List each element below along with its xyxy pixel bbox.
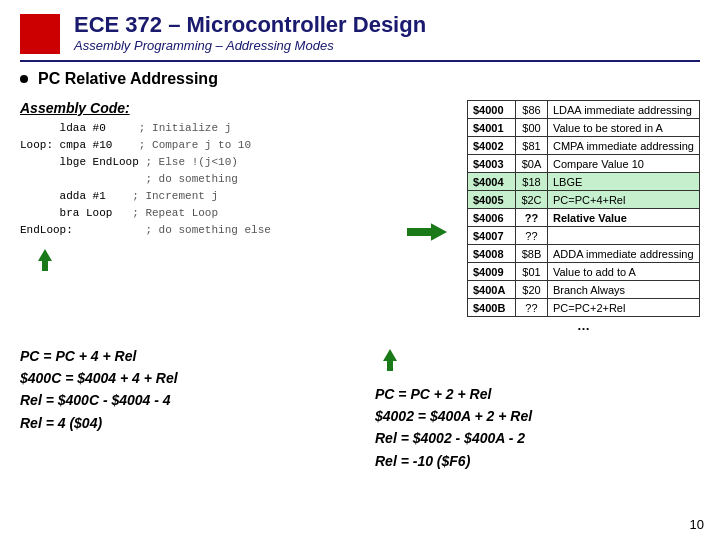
bullet-dot <box>20 75 28 83</box>
main-title: ECE 372 – Microcontroller Design <box>74 12 426 38</box>
left-column: Assembly Code: ldaa #0 ; Initialize j Lo… <box>20 100 387 335</box>
table-row: $400B??PC=PC+2+Rel <box>467 299 699 317</box>
table-row: $4002$81CMPA immediate addressing <box>467 137 699 155</box>
calc-right: PC = PC + 2 + Rel$4002 = $400A + 2 + Rel… <box>375 383 700 473</box>
table-row: $4004$18LBGE <box>467 173 699 191</box>
svg-marker-1 <box>407 223 447 241</box>
table-row: $4007?? <box>467 227 699 245</box>
bottom-section: PC = PC + 4 + Rel$400C = $4004 + 4 + Rel… <box>0 335 720 477</box>
bullet-section: PC Relative Addressing <box>0 66 720 96</box>
divider <box>20 60 700 62</box>
page-number: 10 <box>690 517 704 532</box>
logo-box <box>20 14 60 54</box>
table-row: … <box>467 317 699 335</box>
table-row: $400A$20Branch Always <box>467 281 699 299</box>
table-row: $4003$0ACompare Value 10 <box>467 155 699 173</box>
section-title: PC Relative Addressing <box>38 70 218 88</box>
svg-marker-2 <box>383 349 397 371</box>
memory-table: $4000$86LDAA immediate addressing$4001$0… <box>467 100 700 335</box>
calc-left: PC = PC + 4 + Rel$400C = $4004 + 4 + Rel… <box>20 345 345 435</box>
code-block: ldaa #0 ; Initialize j Loop: cmpa #10 ; … <box>20 120 387 239</box>
sub-title: Assembly Programming – Addressing Modes <box>74 38 426 53</box>
table-row: $4008$8BADDA immediate addressing <box>467 245 699 263</box>
svg-marker-0 <box>38 249 52 271</box>
arrow-down-left <box>20 245 387 275</box>
main-content: Assembly Code: ldaa #0 ; Initialize j Lo… <box>0 96 720 335</box>
bottom-right: PC = PC + 2 + Rel$4002 = $400A + 2 + Rel… <box>375 345 700 473</box>
header: ECE 372 – Microcontroller Design Assembl… <box>0 0 720 60</box>
table-row: $4001$00Value to be stored in A <box>467 119 699 137</box>
arrow-right <box>407 100 447 335</box>
right-column: $4000$86LDAA immediate addressing$4001$0… <box>467 100 700 335</box>
table-row: $4009$01Value to add to A <box>467 263 699 281</box>
bottom-left: PC = PC + 4 + Rel$400C = $4004 + 4 + Rel… <box>20 345 345 473</box>
arrow-down-right <box>375 345 700 379</box>
table-row: $4006??Relative Value <box>467 209 699 227</box>
table-row: $4000$86LDAA immediate addressing <box>467 101 699 119</box>
table-row: $4005$2CPC=PC+4+Rel <box>467 191 699 209</box>
header-text: ECE 372 – Microcontroller Design Assembl… <box>74 12 426 53</box>
assembly-label: Assembly Code: <box>20 100 387 116</box>
